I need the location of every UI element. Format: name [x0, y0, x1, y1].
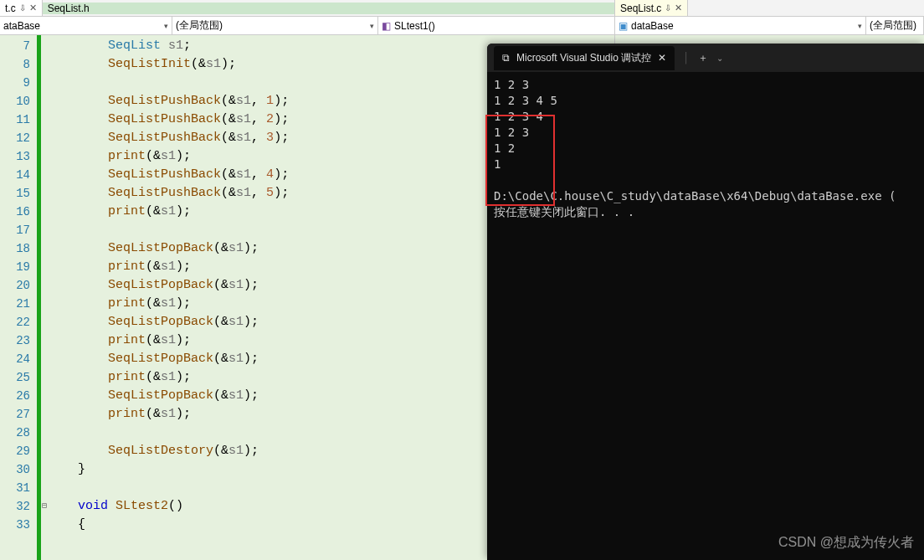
line-number: 29	[0, 442, 30, 460]
right-tab-bar: SeqList.c ⇩ ✕	[615, 0, 924, 17]
code-line[interactable]: {	[48, 516, 289, 534]
line-number: 12	[0, 129, 30, 147]
pin-icon[interactable]: ⇩	[665, 3, 671, 13]
line-number: 32	[0, 497, 30, 516]
terminal-window: ⧉ Microsoft Visual Studio 调试控 ✕ │ ＋ ⌄ 1 …	[487, 44, 924, 560]
line-number: 33	[0, 516, 30, 534]
code-line[interactable]: print(&s1);	[48, 368, 289, 387]
close-icon[interactable]: ✕	[658, 52, 666, 64]
scope-project[interactable]: ataBase ▾	[0, 17, 172, 34]
code-line[interactable]: SeqListPushBack(&s1, 4);	[48, 166, 289, 184]
line-gutter: 7891011121314151617181920212223242526272…	[0, 35, 37, 560]
code-line[interactable]: SeqListPopBack(&s1);	[48, 387, 289, 405]
terminal-output[interactable]: 1 2 3 1 2 3 4 5 1 2 3 4 1 2 3 1 2 1 D:\C…	[487, 72, 924, 225]
line-number: 30	[0, 460, 30, 479]
line-number: 27	[0, 405, 30, 424]
code-line[interactable]	[48, 424, 289, 442]
tab-label: t.c	[5, 3, 16, 14]
code-line[interactable]: SeqListPopBack(&s1);	[48, 239, 289, 258]
scope-label: (全局范围)	[176, 18, 223, 33]
code-line[interactable]: SeqListPopBack(&s1);	[48, 313, 289, 331]
tab-tc[interactable]: t.c ⇩ ✕	[0, 0, 43, 16]
line-number: 19	[0, 258, 30, 276]
scope-label: (全局范围)	[870, 18, 916, 33]
line-number: 17	[0, 221, 30, 239]
code-line[interactable]	[48, 221, 289, 239]
chevron-down-icon: ▾	[164, 22, 168, 30]
line-number: 9	[0, 74, 30, 92]
code-line[interactable]: SeqListPopBack(&s1);	[48, 276, 289, 295]
close-icon[interactable]: ✕	[675, 3, 682, 13]
code-line[interactable]: print(&s1);	[48, 331, 289, 350]
scope-label: SLtest1()	[394, 20, 435, 32]
line-number: 21	[0, 295, 30, 313]
line-number: 18	[0, 239, 30, 258]
line-number: 7	[0, 37, 30, 55]
chevron-down-icon[interactable]: ⌄	[716, 54, 723, 63]
code-line[interactable]: SeqList s1;	[48, 37, 289, 55]
line-number: 25	[0, 368, 30, 387]
line-number: 11	[0, 110, 30, 129]
code-line[interactable]	[48, 479, 289, 497]
code-line[interactable]: ⊟ void SLtest2()	[48, 497, 289, 516]
code-line[interactable]: print(&s1);	[48, 147, 289, 166]
terminal-titlebar[interactable]: ⧉ Microsoft Visual Studio 调试控 ✕ │ ＋ ⌄	[487, 44, 924, 72]
scope-project-right[interactable]: ▣ dataBase ▾	[615, 17, 866, 34]
code-line[interactable]: print(&s1);	[48, 203, 289, 221]
scope-right2[interactable]: (全局范围)	[866, 17, 924, 34]
line-number: 13	[0, 147, 30, 166]
code-line[interactable]: print(&s1);	[48, 258, 289, 276]
pin-icon[interactable]: ⇩	[19, 3, 26, 13]
terminal-icon: ⧉	[502, 52, 510, 64]
fold-icon[interactable]: ⊟	[42, 497, 47, 516]
line-number: 10	[0, 92, 30, 110]
tab-label: SeqList.h	[43, 3, 90, 14]
method-icon: ◧	[382, 20, 391, 32]
line-number: 26	[0, 387, 30, 405]
terminal-title: Microsoft Visual Studio 调试控	[516, 51, 651, 65]
scope-label: ataBase	[3, 20, 40, 32]
line-number: 8	[0, 55, 30, 74]
line-number: 22	[0, 313, 30, 331]
new-tab-icon[interactable]: ＋	[698, 51, 708, 65]
code-line[interactable]: print(&s1);	[48, 405, 289, 424]
chevron-down-icon: ▾	[858, 22, 862, 30]
code-line[interactable]: SeqListPushBack(&s1, 5);	[48, 184, 289, 203]
project-icon: ▣	[619, 20, 628, 32]
code-line[interactable]: SeqListInit(&s1);	[48, 55, 289, 74]
line-number: 23	[0, 331, 30, 350]
line-number: 14	[0, 166, 30, 184]
code-line[interactable]: SeqListPushBack(&s1, 3);	[48, 129, 289, 147]
scope-namespace[interactable]: (全局范围) ▾	[172, 17, 378, 34]
right-scope-row: ▣ dataBase ▾ (全局范围)	[615, 17, 924, 35]
terminal-tab[interactable]: ⧉ Microsoft Visual Studio 调试控 ✕	[494, 46, 675, 70]
line-number: 31	[0, 479, 30, 497]
line-number: 28	[0, 424, 30, 442]
code-line[interactable]: print(&s1);	[48, 295, 289, 313]
line-number: 16	[0, 203, 30, 221]
code-area[interactable]: SeqList s1; SeqListInit(&s1); SeqListPus…	[41, 35, 289, 560]
code-line[interactable]: SeqListPushBack(&s1, 1);	[48, 92, 289, 110]
code-line[interactable]	[48, 74, 289, 92]
code-line[interactable]: SeqListDestory(&s1);	[48, 442, 289, 460]
scope-label: dataBase	[631, 20, 674, 32]
line-number: 24	[0, 350, 30, 368]
code-line[interactable]: SeqListPushBack(&s1, 2);	[48, 110, 289, 129]
line-number: 20	[0, 276, 30, 295]
code-line[interactable]: SeqListPopBack(&s1);	[48, 350, 289, 368]
code-line[interactable]: }	[48, 460, 289, 479]
tab-label: SeqList.c	[620, 3, 661, 14]
chevron-down-icon: ▾	[370, 22, 374, 30]
close-icon[interactable]: ✕	[29, 3, 37, 13]
tab-seqlist-c[interactable]: SeqList.c ⇩ ✕	[615, 0, 688, 16]
line-number: 15	[0, 184, 30, 203]
